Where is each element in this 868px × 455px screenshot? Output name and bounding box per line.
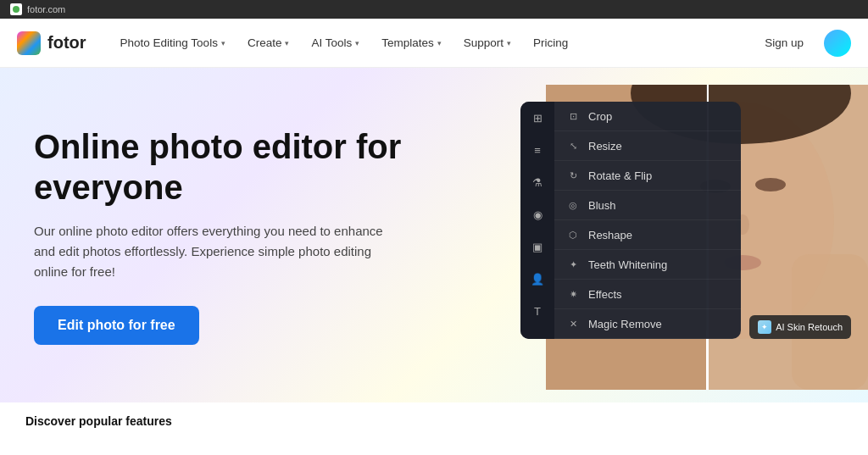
- svg-point-0: [13, 6, 19, 13]
- magic-remove-icon: ✕: [566, 317, 580, 330]
- nav-item-ai-tools[interactable]: AI Tools ▾: [301, 31, 370, 54]
- chevron-down-icon: ▾: [221, 39, 225, 47]
- browser-url: fotor.com: [27, 4, 65, 14]
- nav-items: Photo Editing Tools ▾ Create ▾ AI Tools …: [110, 31, 755, 54]
- signup-button[interactable]: Sign up: [754, 31, 814, 54]
- panel-items-column: ⊡ Crop ⤡ Resize ↻ Rotate & Flip ◎ Blush: [554, 102, 741, 339]
- panel-icon-person[interactable]: 👤: [528, 269, 547, 288]
- teeth-icon: ✦: [566, 258, 580, 271]
- browser-favicon: [10, 3, 22, 15]
- nav-item-pricing[interactable]: Pricing: [523, 31, 578, 54]
- panel-item-blush[interactable]: ◎ Blush: [554, 191, 741, 220]
- logo-text: fotor: [47, 33, 86, 53]
- panel-icon-flask[interactable]: ⚗: [528, 173, 547, 191]
- panel-item-rotate[interactable]: ↻ Rotate & Flip: [554, 161, 741, 191]
- logo-area[interactable]: fotor: [17, 31, 86, 55]
- ai-skin-retouch-badge: ✦ AI Skin Retouch: [749, 315, 851, 339]
- editor-preview: ⊞ ≡ ⚗ ◉ ▣ 👤 T ⊡ Crop ⤡ Resize: [504, 85, 868, 390]
- panel-item-effects[interactable]: ✷ Effects: [554, 280, 741, 309]
- editing-panel: ⊞ ≡ ⚗ ◉ ▣ 👤 T ⊡ Crop ⤡ Resize: [520, 102, 741, 339]
- effects-icon: ✷: [566, 287, 580, 301]
- panel-item-resize[interactable]: ⤡ Resize: [554, 131, 741, 161]
- hero-subtitle: Our online photo editor offers everythin…: [34, 221, 407, 282]
- rotate-icon: ↻: [566, 169, 580, 182]
- nav-item-templates[interactable]: Templates ▾: [371, 31, 452, 54]
- chevron-down-icon: ▾: [355, 39, 359, 47]
- hero-section: Online photo editor for everyone Our onl…: [0, 68, 868, 402]
- svg-point-7: [755, 178, 786, 191]
- panel-icon-sliders[interactable]: ≡: [528, 141, 547, 159]
- resize-icon: ⤡: [566, 139, 580, 153]
- discover-title: Discover popular features: [25, 414, 843, 428]
- panel-item-crop[interactable]: ⊡ Crop: [554, 102, 741, 131]
- navbar: fotor Photo Editing Tools ▾ Create ▾ AI …: [0, 19, 868, 68]
- panel-item-teeth[interactable]: ✦ Teeth Whitening: [554, 250, 741, 280]
- ai-badge-icon: ✦: [758, 320, 771, 334]
- chevron-down-icon: ▾: [285, 39, 289, 47]
- nav-item-create[interactable]: Create ▾: [237, 31, 300, 54]
- hero-content: Online photo editor for everyone Our onl…: [0, 92, 475, 379]
- avatar[interactable]: [824, 30, 851, 57]
- crop-icon: ⊡: [566, 109, 580, 123]
- panel-icon-grid[interactable]: ⊞: [528, 108, 547, 127]
- panel-icons-column: ⊞ ≡ ⚗ ◉ ▣ 👤 T: [520, 102, 554, 339]
- hero-title: Online photo editor for everyone: [34, 126, 441, 208]
- blush-icon: ◎: [566, 198, 580, 212]
- logo-icon: [17, 31, 41, 55]
- panel-row: ⊞ ≡ ⚗ ◉ ▣ 👤 T ⊡ Crop ⤡ Resize: [520, 102, 741, 339]
- chevron-down-icon: ▾: [437, 39, 442, 47]
- nav-right: Sign up: [754, 30, 851, 57]
- panel-item-magic-remove[interactable]: ✕ Magic Remove: [554, 309, 741, 339]
- nav-item-photo-editing[interactable]: Photo Editing Tools ▾: [110, 31, 236, 54]
- discover-section: Discover popular features: [0, 402, 868, 455]
- edit-photo-button[interactable]: Edit photo for free: [34, 306, 199, 345]
- reshape-icon: ⬡: [566, 228, 580, 241]
- browser-bar: fotor.com: [0, 0, 868, 19]
- panel-icon-eye[interactable]: ◉: [528, 205, 547, 224]
- panel-item-reshape[interactable]: ⬡ Reshape: [554, 220, 741, 250]
- nav-item-support[interactable]: Support ▾: [453, 31, 521, 54]
- chevron-down-icon: ▾: [507, 39, 511, 47]
- panel-icon-text[interactable]: T: [528, 302, 547, 320]
- panel-icon-frame[interactable]: ▣: [528, 237, 547, 256]
